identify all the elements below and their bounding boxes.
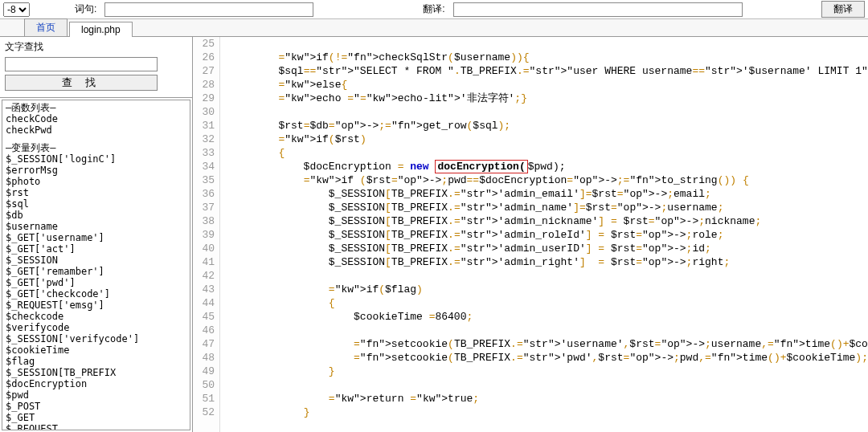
find-button[interactable]: 查 找 xyxy=(5,75,158,91)
list-item[interactable]: $sql xyxy=(6,198,186,210)
line-number: 30 xyxy=(193,105,215,119)
line-number: 25 xyxy=(193,37,215,51)
code-line[interactable]: } xyxy=(228,406,868,419)
list-item[interactable]: $errorMsg xyxy=(6,165,186,176)
code-line[interactable]: ="kw">if ($rst="op">->;pwd==$docEncrypti… xyxy=(228,173,868,187)
variables-panel[interactable]: —函数列表—checkCodecheckPwd—变量列表—$_SESSION['… xyxy=(2,100,190,430)
list-item[interactable]: $verifycode xyxy=(6,322,186,333)
code-line[interactable]: $_SESSION[TB_PREFIX.="str">'admin_right'… xyxy=(228,255,868,269)
line-number: 45 xyxy=(193,310,215,324)
word-input[interactable] xyxy=(104,2,313,17)
line-number: 48 xyxy=(193,351,215,365)
code-line[interactable]: ="kw">else{ xyxy=(228,78,868,92)
list-item[interactable]: $_REQUEST['emsg'] xyxy=(6,300,186,311)
line-number: 40 xyxy=(193,242,215,255)
list-item[interactable]: $_GET['pwd'] xyxy=(6,277,186,288)
line-number: 33 xyxy=(193,146,215,160)
code-line[interactable]: $rst=$db="op">->;="fn">get_row($sql); xyxy=(228,119,868,132)
line-number: 36 xyxy=(193,187,215,201)
list-item[interactable]: $_POST xyxy=(6,401,186,412)
list-item[interactable]: $_GET['act'] xyxy=(6,243,186,255)
code-line[interactable]: $cookieTime =86400; xyxy=(228,310,868,324)
list-item[interactable]: $checkcode xyxy=(6,311,186,322)
code-line[interactable]: $_SESSION[TB_PREFIX.="str">'admin_roleId… xyxy=(228,228,868,242)
line-number: 35 xyxy=(193,173,215,187)
line-number: 31 xyxy=(193,119,215,132)
list-item[interactable]: $cookieTime xyxy=(6,344,186,356)
line-number: 41 xyxy=(193,255,215,269)
code-line[interactable] xyxy=(228,378,868,392)
list-item[interactable]: $docEncryption xyxy=(6,378,186,389)
line-number: 39 xyxy=(193,228,215,242)
line-number: 34 xyxy=(193,160,215,173)
line-number: 28 xyxy=(193,78,215,92)
code-line[interactable]: $docEncryption = new docEncryption($pwd)… xyxy=(228,160,868,173)
find-title: 文字查找 xyxy=(5,40,187,54)
list-item[interactable]: —函数列表— xyxy=(6,102,186,113)
encoding-select[interactable]: -8 xyxy=(3,2,30,17)
line-gutter: 2526272829303132333435363738394041424344… xyxy=(193,37,220,432)
list-item[interactable]: $_REQUEST xyxy=(6,423,186,430)
list-item[interactable]: $_GET['remamber'] xyxy=(6,266,186,277)
translate-input[interactable] xyxy=(453,2,743,17)
list-item[interactable]: $_SESSION[TB_PREFIX xyxy=(6,367,186,378)
code-line[interactable]: ="kw">return ="kw">true; xyxy=(228,392,868,406)
find-input[interactable] xyxy=(5,57,158,71)
list-item[interactable]: $_SESSION['verifycode'] xyxy=(6,333,186,344)
line-number: 52 xyxy=(193,406,215,419)
line-number: 26 xyxy=(193,51,215,64)
list-item[interactable]: $rst xyxy=(6,187,186,198)
tab-home[interactable]: 首页 xyxy=(24,18,68,36)
code-line[interactable]: $_SESSION[TB_PREFIX.="str">'admin_userID… xyxy=(228,242,868,255)
list-item[interactable]: $photo xyxy=(6,176,186,187)
code-editor[interactable]: 2526272829303132333435363738394041424344… xyxy=(193,37,868,432)
line-number: 27 xyxy=(193,64,215,78)
code-content[interactable]: ="kw">if(!="fn">checkSqlStr($username)){… xyxy=(220,37,868,432)
list-item[interactable]: $username xyxy=(6,221,186,232)
list-item[interactable]: $_GET['checkcode'] xyxy=(6,288,186,300)
code-line[interactable]: $_SESSION[TB_PREFIX.="str">'admin_email'… xyxy=(228,187,868,201)
code-line[interactable]: { xyxy=(228,296,868,310)
code-line[interactable]: ="kw">echo ="="kw">echo-lit">'非法字符';} xyxy=(228,92,868,105)
list-item[interactable]: $pwd xyxy=(6,389,186,401)
tab-file[interactable]: login.php xyxy=(69,22,133,37)
list-item[interactable]: checkCode xyxy=(6,113,186,124)
code-line[interactable]: $sql=="str">"SELECT * FROM ".TB_PREFIX.=… xyxy=(228,64,868,78)
list-item[interactable]: $db xyxy=(6,210,186,221)
code-line[interactable]: ="fn">setcookie(TB_PREFIX.="str">'pwd',$… xyxy=(228,351,868,365)
code-line[interactable]: ="kw">if($flag) xyxy=(228,283,868,296)
line-number: 29 xyxy=(193,92,215,105)
code-line[interactable] xyxy=(228,269,868,283)
left-panel: 文字查找 查 找 —函数列表—checkCodecheckPwd—变量列表—$_… xyxy=(0,37,193,432)
code-line[interactable] xyxy=(228,105,868,119)
code-line[interactable]: ="kw">if(!="fn">checkSqlStr($username)){ xyxy=(228,51,868,64)
code-line[interactable]: { xyxy=(228,146,868,160)
top-toolbar: -8 词句: 翻译: 翻译 xyxy=(0,0,868,19)
code-line[interactable] xyxy=(228,324,868,337)
word-label: 词句: xyxy=(75,2,96,16)
list-item[interactable]: $_GET xyxy=(6,412,186,423)
list-item[interactable]: $_SESSION['loginC'] xyxy=(6,153,186,165)
main-split: 文字查找 查 找 —函数列表—checkCodecheckPwd—变量列表—$_… xyxy=(0,37,868,432)
list-item[interactable]: checkPwd xyxy=(6,124,186,136)
line-number: 51 xyxy=(193,392,215,406)
code-line[interactable]: ="fn">setcookie(TB_PREFIX.="str">'userna… xyxy=(228,337,868,351)
translate-button[interactable]: 翻译 xyxy=(821,1,865,18)
line-number: 38 xyxy=(193,214,215,228)
code-line[interactable]: $_SESSION[TB_PREFIX.="str">'admin_name']… xyxy=(228,201,868,214)
line-number: 43 xyxy=(193,283,215,296)
code-line[interactable] xyxy=(228,37,868,51)
find-panel: 文字查找 查 找 xyxy=(0,37,192,98)
line-number: 37 xyxy=(193,201,215,214)
code-line[interactable]: ="kw">if($rst) xyxy=(228,132,868,146)
list-item[interactable]: —变量列表— xyxy=(6,142,186,153)
list-item[interactable]: $flag xyxy=(6,356,186,367)
line-number: 47 xyxy=(193,337,215,351)
line-number: 44 xyxy=(193,296,215,310)
line-number: 42 xyxy=(193,269,215,283)
tab-bar: 首页 login.php xyxy=(0,19,868,37)
code-line[interactable]: $_SESSION[TB_PREFIX.="str">'admin_nickna… xyxy=(228,214,868,228)
list-item[interactable]: $_GET['username'] xyxy=(6,232,186,243)
code-line[interactable]: } xyxy=(228,365,868,378)
list-item[interactable]: $_SESSION xyxy=(6,255,186,266)
